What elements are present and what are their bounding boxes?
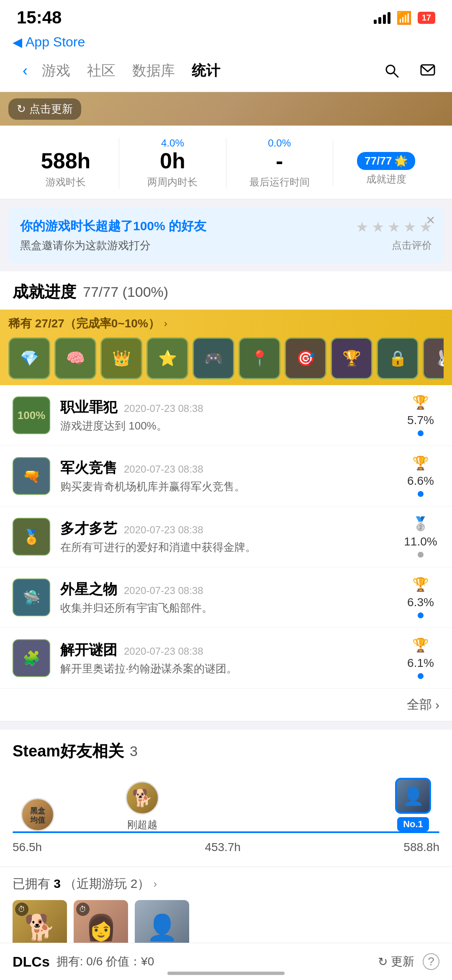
- tab-stats[interactable]: 统计: [192, 61, 220, 80]
- achievement-name-2: 军火竞售: [60, 458, 117, 478]
- biweekly-label: 两周内时长: [119, 175, 226, 189]
- search-button[interactable]: [380, 59, 403, 82]
- achievement-row-2[interactable]: 🔫 军火竞售 2020-07-23 08:38 购买麦肯奇机场机库并赢得军火竞售…: [0, 446, 452, 507]
- owned-header[interactable]: 已拥有 3 （近期游玩 2） ›: [13, 875, 439, 893]
- achievement-pct-text-1: 5.7%: [407, 414, 434, 427]
- stat-last-run: 0.0% - 最后运行时间: [226, 137, 333, 189]
- friend-avatar-1: 黑盒均值: [21, 798, 54, 831]
- rare-ach-icon-7: 🎯: [285, 337, 326, 379]
- pct-dot-2: [418, 491, 424, 497]
- achievement-row-4[interactable]: 🛸 外星之物 2020-07-23 08:38 收集并归还所有宇宙飞船部件。 🏆…: [0, 567, 452, 628]
- stars-row[interactable]: ★ ★ ★ ★ ★: [356, 219, 432, 235]
- achievement-row-3[interactable]: 🏅 多才多艺 2020-07-23 08:38 在所有可进行的爱好和消遣中获得金…: [0, 507, 452, 567]
- svg-rect-2: [421, 65, 434, 75]
- back-arrow-icon: ◀: [13, 35, 22, 49]
- tab-game[interactable]: 游戏: [42, 61, 70, 80]
- achievement-thumb-3: 🏅: [13, 518, 50, 556]
- rare-label: 稀有 27/27（完成率0~10%）: [8, 316, 160, 332]
- battery-icon: 17: [418, 12, 435, 24]
- stats-section: 588h 游戏时长 4.0% 0h 两周内时长 0.0% - 最后运行时间 77…: [0, 126, 452, 199]
- rare-band: 稀有 27/27（完成率0~10%） › 💎 🧠 👑 ⭐ 🎮 📍 🎯 🏆 🔒 🐰…: [0, 310, 452, 385]
- achievement-pct-5: 🏆 6.1%: [402, 637, 439, 679]
- chart-label-3: 588.8h: [403, 841, 439, 854]
- last-run-label: 最后运行时间: [226, 175, 333, 189]
- nav-back-button[interactable]: ‹: [13, 58, 38, 83]
- app-store-label: App Store: [26, 34, 85, 50]
- achievement-desc-1: 游戏进度达到 100%。: [60, 419, 392, 433]
- rare-achievements-scroll[interactable]: 💎 🧠 👑 ⭐ 🎮 📍 🎯 🏆 🔒 🐰 💯: [8, 337, 444, 379]
- achievement-thumb-4: 🛸: [13, 579, 50, 616]
- achievement-pct-3: 🥈 11.0%: [402, 516, 439, 558]
- achievement-name-1: 职业罪犯: [60, 398, 117, 417]
- achievement-row-5[interactable]: 🧩 解开谜团 2020-07-23 08:38 解开里奥诺拉·约翰逊谋杀案的谜团…: [0, 628, 452, 689]
- chart-labels: 56.5h 453.7h 588.8h: [13, 841, 439, 854]
- friend-no1-badge: No.1: [397, 817, 429, 831]
- star-4[interactable]: ★: [403, 219, 416, 235]
- dlc-label: DLCs: [13, 954, 50, 970]
- star-2[interactable]: ★: [372, 219, 384, 235]
- achievement-pct-4: 🏆 6.3%: [402, 576, 439, 618]
- pct-dot-5: [418, 673, 424, 679]
- achievement-desc-4: 收集并归还所有宇宙飞船部件。: [60, 601, 392, 615]
- steam-title: Steam好友相关: [13, 741, 124, 762]
- rare-ach-icon-9: 🔒: [377, 337, 419, 379]
- dlc-refresh-button[interactable]: ↻ 更新: [378, 954, 414, 970]
- rare-ach-icon-8: 🏆: [331, 337, 372, 379]
- rating-card: 你的游戏时长超越了100% 的好友 黑盒邀请你为这款游戏打分 ★ ★ ★ ★ ★…: [8, 208, 444, 263]
- nav-actions: [380, 59, 439, 82]
- friends-chart: 黑盒均值 🐕 刚超越 👤 No.1 56.5h 453.7h 588.8h: [0, 766, 452, 867]
- achievement-row-1[interactable]: 100% 职业罪犯 2020-07-23 08:38 游戏进度达到 100%。 …: [0, 385, 452, 446]
- trophy-icon-5: 🏆: [412, 637, 429, 653]
- clock-icon-1: ⏱: [15, 903, 28, 916]
- stat-achievement: 77/77 🌟 成就进度: [333, 140, 439, 186]
- stat-biweekly: 4.0% 0h 两周内时长: [119, 137, 226, 189]
- achievement-info-2: 军火竞售 2020-07-23 08:38 购买麦肯奇机场机库并赢得军火竞售。: [60, 458, 392, 494]
- friends-count: 3: [130, 743, 138, 759]
- sun-icon: 🌟: [394, 154, 408, 167]
- pct-dot-1: [418, 430, 424, 436]
- owned-count: 3: [54, 877, 61, 890]
- dlc-help-button[interactable]: ?: [423, 953, 439, 970]
- achievement-pct-2: 🏆 6.6%: [402, 455, 439, 497]
- achievement-thumb-5: 🧩: [13, 639, 50, 677]
- achievement-date-5: 2020-07-23 08:38: [124, 646, 203, 657]
- achievement-badge: 77/77 🌟: [333, 152, 439, 170]
- status-icons: 📶 17: [374, 10, 435, 25]
- trophy-icon-3: 🥈: [412, 516, 429, 532]
- rare-ach-icon-10: 🐰: [423, 337, 444, 379]
- star-3[interactable]: ★: [388, 219, 400, 235]
- tab-database[interactable]: 数据库: [132, 61, 175, 80]
- rare-ach-icon-4: ⭐: [146, 337, 188, 379]
- status-time: 15:48: [17, 8, 62, 28]
- achievement-label: 成就进度: [333, 172, 439, 186]
- last-run-value: -: [226, 149, 333, 173]
- pct-dot-3: [418, 552, 424, 558]
- refresh-button[interactable]: ↻ 点击更新: [8, 98, 81, 120]
- achievement-info-1: 职业罪犯 2020-07-23 08:38 游戏进度达到 100%。: [60, 398, 392, 433]
- achievement-desc-3: 在所有可进行的爱好和消遣中获得金牌。: [60, 540, 392, 555]
- rating-stars[interactable]: ★ ★ ★ ★ ★ 点击评价: [356, 219, 432, 252]
- achievement-pct-text-3: 11.0%: [404, 535, 437, 548]
- friend-avatar-2: 🐕: [126, 781, 159, 815]
- chart-label-1: 56.5h: [13, 841, 42, 854]
- svg-line-1: [394, 73, 398, 77]
- owned-recent-text: （近期游玩 2）: [64, 877, 150, 890]
- app-store-back[interactable]: ◀ App Store: [0, 32, 452, 54]
- see-all-achievements-button[interactable]: 全部 ›: [407, 696, 439, 713]
- achievement-date-4: 2020-07-23 08:38: [124, 585, 203, 597]
- refresh-icon: ↻: [17, 103, 26, 116]
- star-1[interactable]: ★: [356, 219, 368, 235]
- achievement-pct-text-4: 6.3%: [407, 596, 434, 609]
- achievement-desc-2: 购买麦肯奇机场机库并赢得军火竞售。: [60, 479, 392, 494]
- message-button[interactable]: [416, 59, 439, 82]
- tab-community[interactable]: 社区: [87, 61, 116, 80]
- friend-label-2: 刚超越: [127, 818, 157, 831]
- achievement-info-4: 外星之物 2020-07-23 08:38 收集并归还所有宇宙飞船部件。: [60, 580, 392, 615]
- chart-baseline: [13, 831, 439, 833]
- achievement-progress-header: 成就进度 77/77 (100%): [0, 271, 452, 310]
- rating-close-button[interactable]: ✕: [426, 213, 435, 227]
- dlc-info: 拥有: 0/6 价值：¥0: [56, 954, 378, 970]
- see-all-achievements-row[interactable]: 全部 ›: [0, 689, 452, 721]
- achievement-info-5: 解开谜团 2020-07-23 08:38 解开里奥诺拉·约翰逊谋杀案的谜团。: [60, 640, 392, 676]
- achievement-pct-1: 🏆 5.7%: [402, 394, 439, 436]
